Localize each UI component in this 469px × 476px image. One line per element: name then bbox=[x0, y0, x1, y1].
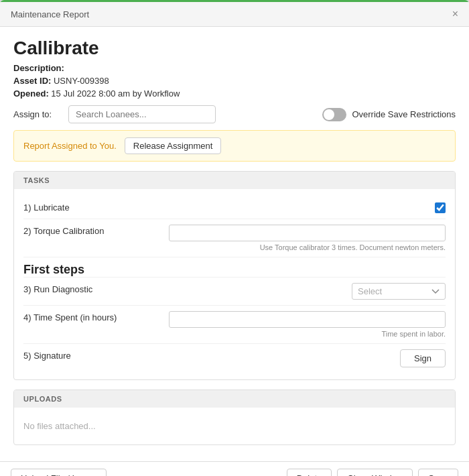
task-label-2: 2) Torque Calibration bbox=[23, 225, 162, 236]
modal-body: Callibrate Description: Asset ID: USNY-0… bbox=[0, 27, 469, 461]
override-toggle[interactable] bbox=[322, 108, 346, 121]
task-label-1: 1) Lubricate bbox=[23, 201, 231, 213]
task-4-input[interactable] bbox=[169, 311, 446, 328]
description-label: Description: bbox=[13, 63, 64, 73]
task-row-4: 4) Time Spent (in hours) Time spent in l… bbox=[23, 306, 446, 344]
task-3-select[interactable]: Select bbox=[352, 283, 446, 300]
uploads-section: UPLOADS No files attached... bbox=[13, 390, 456, 445]
asset-id-row: Asset ID: USNY-009398 bbox=[13, 76, 456, 86]
release-assignment-button[interactable]: Release Assignment bbox=[125, 137, 222, 154]
task-4-hint: Time spent in labor. bbox=[381, 330, 446, 338]
footer-right: Delete Close Window Save bbox=[287, 469, 458, 476]
save-button[interactable]: Save bbox=[418, 469, 458, 476]
uploads-header: UPLOADS bbox=[14, 390, 455, 408]
task-row-1: 1) Lubricate bbox=[23, 196, 446, 219]
task-1-checkbox[interactable] bbox=[435, 202, 446, 213]
assignment-text: Report Assigned to You. bbox=[23, 141, 117, 151]
assign-label: Assign to: bbox=[13, 109, 60, 119]
upload-file-button[interactable]: Upload File / Image bbox=[11, 469, 107, 476]
task-input-1 bbox=[238, 201, 446, 213]
task-input-5: Sign bbox=[238, 349, 446, 367]
task-row-5: 5) Signature Sign bbox=[23, 344, 446, 373]
asset-id-value: USNY-009398 bbox=[54, 76, 109, 86]
description-row: Description: bbox=[13, 63, 456, 73]
assign-row: Assign to: Override Save Restrictions bbox=[13, 105, 456, 123]
tasks-section: TASKS 1) Lubricate 2) Torque Calibration… bbox=[13, 171, 456, 380]
modal-footer: Upload File / Image Delete Close Window … bbox=[0, 461, 469, 476]
task-input-3: Select bbox=[238, 283, 446, 300]
tasks-header: TASKS bbox=[14, 172, 455, 189]
modal-header: Maintenance Report × bbox=[0, 0, 469, 27]
task-label-3: 3) Run Diagnostic bbox=[23, 283, 231, 294]
task-input-2: Use Torque calibrator 3 times. Document … bbox=[169, 225, 446, 251]
search-loanees-input[interactable] bbox=[68, 105, 216, 123]
task-row-3: 3) Run Diagnostic Select bbox=[23, 278, 446, 306]
sign-button[interactable]: Sign bbox=[400, 349, 446, 367]
modal-title: Maintenance Report bbox=[11, 9, 89, 19]
task-row-2: 2) Torque Calibration Use Torque calibra… bbox=[23, 219, 446, 257]
task-input-4: Time spent in labor. bbox=[169, 311, 446, 338]
asset-id-label: Asset ID: bbox=[13, 76, 51, 86]
tasks-body: 1) Lubricate 2) Torque Calibration Use T… bbox=[14, 189, 455, 379]
override-label: Override Save Restrictions bbox=[352, 109, 456, 119]
override-toggle-row: Override Save Restrictions bbox=[322, 108, 456, 121]
uploads-body: No files attached... bbox=[14, 408, 455, 444]
assignment-banner: Report Assigned to You. Release Assignme… bbox=[13, 130, 456, 162]
first-steps-heading: First steps bbox=[23, 261, 446, 277]
task-2-hint: Use Torque calibrator 3 times. Document … bbox=[260, 243, 446, 251]
opened-value: 15 Jul 2022 8:00 am by Workflow bbox=[51, 88, 180, 99]
task-row-heading: First steps bbox=[23, 257, 446, 278]
task-label-5: 5) Signature bbox=[23, 349, 231, 361]
footer-left: Upload File / Image bbox=[11, 469, 107, 476]
no-files-text: No files attached... bbox=[23, 414, 446, 438]
task-label-4: 4) Time Spent (in hours) bbox=[23, 311, 162, 322]
delete-button[interactable]: Delete bbox=[287, 469, 332, 476]
close-icon[interactable]: × bbox=[452, 9, 458, 19]
opened-label: Opened: bbox=[13, 88, 49, 99]
maintenance-report-modal: Maintenance Report × Callibrate Descript… bbox=[0, 0, 469, 476]
task-2-input[interactable] bbox=[169, 225, 446, 241]
report-title: Callibrate bbox=[13, 38, 456, 59]
opened-row: Opened: 15 Jul 2022 8:00 am by Workflow bbox=[13, 88, 456, 99]
close-window-button[interactable]: Close Window bbox=[337, 469, 413, 476]
